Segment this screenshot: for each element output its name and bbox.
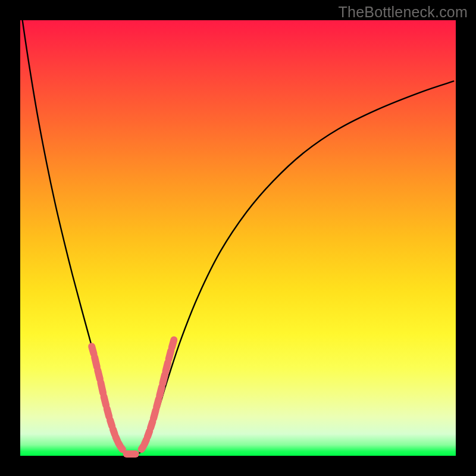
highlight-segment xyxy=(145,440,146,444)
highlight-segment xyxy=(165,362,168,371)
highlight-segment xyxy=(107,409,109,416)
highlight-segment xyxy=(95,358,97,367)
highlight-segment xyxy=(154,411,156,418)
highlight-segment xyxy=(121,447,123,450)
plot-area xyxy=(20,20,456,456)
highlight-segment xyxy=(98,371,100,380)
highlight-segment xyxy=(156,399,159,407)
highlight-segment xyxy=(101,383,103,393)
bottleneck-curve xyxy=(23,20,454,455)
highlight-segment xyxy=(162,375,165,384)
optimal-range-pill xyxy=(123,450,139,458)
highlight-segment xyxy=(104,396,107,405)
highlight-segment xyxy=(172,340,174,347)
watermark-text: TheBottleneck.com xyxy=(339,4,468,21)
highlight-segment xyxy=(151,422,152,428)
highlight-segment xyxy=(92,346,94,354)
highlight-segment xyxy=(110,420,112,426)
highlight-segment xyxy=(148,431,149,437)
frame: TheBottleneck.com xyxy=(0,0,476,476)
highlight-segment xyxy=(159,387,162,396)
chart-svg xyxy=(20,20,456,456)
highlight-segment xyxy=(169,351,171,359)
